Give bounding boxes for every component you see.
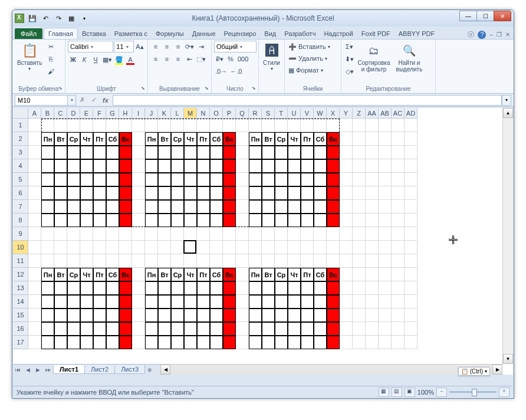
cell[interactable] bbox=[288, 227, 301, 241]
cell[interactable] bbox=[41, 241, 54, 254]
cell[interactable] bbox=[171, 281, 184, 295]
cell[interactable] bbox=[223, 322, 236, 336]
col-header-W[interactable]: W bbox=[314, 108, 327, 119]
col-header-Z[interactable]: Z bbox=[353, 108, 366, 119]
cell[interactable]: Вс bbox=[327, 268, 340, 281]
cell[interactable] bbox=[158, 295, 171, 309]
cell[interactable] bbox=[353, 159, 366, 173]
cell[interactable] bbox=[119, 336, 132, 349]
cell[interactable]: Пн bbox=[249, 132, 262, 146]
cell[interactable] bbox=[119, 186, 132, 200]
tab-home[interactable]: Главная bbox=[44, 28, 78, 39]
cell[interactable] bbox=[184, 322, 197, 336]
cell[interactable] bbox=[80, 159, 93, 173]
cell[interactable]: Пт bbox=[93, 268, 106, 281]
name-box-dropdown[interactable]: ▾ bbox=[68, 95, 76, 106]
save-button[interactable]: 💾 bbox=[27, 12, 38, 24]
cell[interactable] bbox=[28, 336, 41, 349]
align-middle[interactable]: ≡ bbox=[162, 41, 172, 52]
cell[interactable] bbox=[236, 254, 249, 268]
cell[interactable] bbox=[275, 241, 288, 254]
cell[interactable] bbox=[41, 146, 54, 159]
cell[interactable] bbox=[275, 254, 288, 268]
cell[interactable] bbox=[119, 159, 132, 173]
cell[interactable] bbox=[288, 281, 301, 295]
cell[interactable] bbox=[106, 186, 119, 200]
cancel-icon[interactable]: ✗ bbox=[76, 95, 88, 106]
cell[interactable] bbox=[171, 336, 184, 349]
enter-icon[interactable]: ✓ bbox=[88, 95, 100, 106]
cell[interactable] bbox=[67, 241, 80, 254]
cell[interactable] bbox=[249, 336, 262, 349]
cell[interactable]: Пт bbox=[197, 132, 210, 146]
formula-expand[interactable]: ▾ bbox=[502, 95, 511, 106]
cell[interactable] bbox=[262, 146, 275, 159]
cell[interactable] bbox=[145, 173, 158, 186]
cell[interactable] bbox=[314, 186, 327, 200]
find-select-button[interactable]: 🔍 Найти и выделить bbox=[393, 41, 426, 74]
cell[interactable] bbox=[145, 322, 158, 336]
cell[interactable] bbox=[106, 336, 119, 349]
cell[interactable] bbox=[314, 214, 327, 227]
cell[interactable] bbox=[41, 254, 54, 268]
cell[interactable] bbox=[67, 295, 80, 309]
cell[interactable] bbox=[119, 146, 132, 159]
cell[interactable] bbox=[41, 295, 54, 309]
cell[interactable] bbox=[353, 132, 366, 146]
cell[interactable] bbox=[340, 336, 353, 349]
col-header-B[interactable]: B bbox=[41, 108, 54, 119]
cell[interactable] bbox=[366, 227, 379, 241]
cell[interactable] bbox=[327, 200, 340, 214]
scroll-left[interactable]: ◀ bbox=[160, 365, 170, 375]
cell[interactable] bbox=[210, 295, 223, 309]
cell[interactable] bbox=[249, 227, 262, 241]
cell[interactable] bbox=[340, 173, 353, 186]
cell[interactable] bbox=[249, 159, 262, 173]
cell[interactable] bbox=[236, 146, 249, 159]
cell[interactable] bbox=[54, 200, 67, 214]
row-header-17[interactable]: 17 bbox=[13, 336, 28, 349]
tab-new[interactable]: ⊕ bbox=[144, 365, 154, 375]
cell[interactable] bbox=[67, 119, 80, 132]
copy-button[interactable]: ⎘ bbox=[45, 53, 56, 65]
cell[interactable] bbox=[340, 268, 353, 281]
cell[interactable] bbox=[405, 281, 417, 295]
cell[interactable] bbox=[223, 254, 236, 268]
cell[interactable] bbox=[41, 159, 54, 173]
cell[interactable] bbox=[145, 200, 158, 214]
number-launcher[interactable]: ⬊ bbox=[250, 85, 257, 92]
cell[interactable] bbox=[132, 173, 145, 186]
cell[interactable] bbox=[353, 309, 366, 322]
cell[interactable] bbox=[340, 227, 353, 241]
cell[interactable] bbox=[197, 227, 210, 241]
cell[interactable] bbox=[379, 132, 392, 146]
cell[interactable] bbox=[366, 159, 379, 173]
cell[interactable] bbox=[314, 200, 327, 214]
cell[interactable] bbox=[106, 309, 119, 322]
cell[interactable] bbox=[392, 119, 405, 132]
cell[interactable] bbox=[405, 295, 417, 309]
cell[interactable] bbox=[119, 227, 132, 241]
cell[interactable] bbox=[379, 281, 392, 295]
cell[interactable] bbox=[353, 119, 366, 132]
cell[interactable] bbox=[236, 309, 249, 322]
sort-filter-button[interactable]: 🗂 Сортировка и фильтр bbox=[356, 41, 392, 74]
font-color-button[interactable]: A bbox=[125, 54, 136, 65]
cell[interactable] bbox=[41, 214, 54, 227]
cell[interactable] bbox=[288, 322, 301, 336]
dec-decimal[interactable]: ←.0 bbox=[229, 65, 243, 77]
cell[interactable] bbox=[197, 322, 210, 336]
qat-dropdown[interactable]: ▾ bbox=[78, 12, 90, 24]
cell[interactable] bbox=[392, 295, 405, 309]
tab-review[interactable]: Рецензиро bbox=[220, 28, 261, 39]
zoom-slider[interactable] bbox=[449, 391, 497, 393]
cell[interactable]: Чт bbox=[80, 132, 93, 146]
cell[interactable] bbox=[288, 159, 301, 173]
cell[interactable] bbox=[275, 173, 288, 186]
cell[interactable] bbox=[67, 254, 80, 268]
cell[interactable]: Ср bbox=[275, 132, 288, 146]
cell[interactable] bbox=[93, 281, 106, 295]
inc-decimal[interactable]: .0→ bbox=[214, 65, 228, 77]
cell[interactable] bbox=[353, 268, 366, 281]
cell[interactable] bbox=[340, 132, 353, 146]
